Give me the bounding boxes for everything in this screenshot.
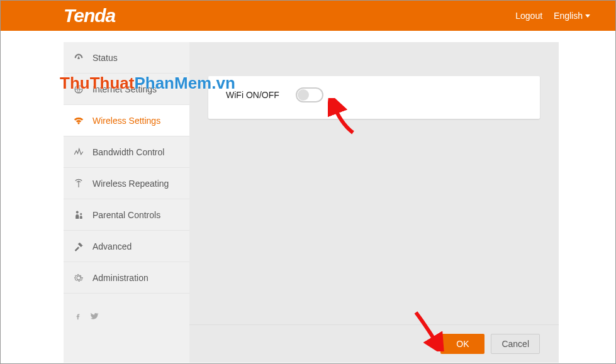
- wifi-toggle-label: WiFi ON/OFF: [226, 90, 279, 100]
- top-bar: Tenda Logout English: [1, 1, 615, 31]
- sidebar-item-status[interactable]: Status: [64, 42, 189, 74]
- sidebar-item-parental-controls[interactable]: Parental Controls: [64, 199, 189, 231]
- page-body: Status Internet Settings Wireless Settin…: [1, 31, 615, 363]
- antenna-icon: [72, 177, 85, 190]
- cancel-button[interactable]: Cancel: [491, 334, 540, 354]
- sidebar-item-label: Wireless Repeating: [92, 179, 169, 189]
- tools-icon: [72, 240, 85, 253]
- top-right-group: Logout English: [515, 11, 590, 21]
- language-label: English: [554, 11, 583, 21]
- sidebar-item-wireless-settings[interactable]: Wireless Settings: [64, 105, 189, 136]
- wifi-onoff-card: WiFi ON/OFF: [208, 76, 540, 119]
- wifi-toggle[interactable]: [296, 87, 323, 102]
- facebook-icon[interactable]: [74, 312, 82, 323]
- toggle-knob: [298, 89, 309, 101]
- gear-icon: [72, 272, 85, 284]
- sidebar-item-advanced[interactable]: Advanced: [64, 231, 189, 262]
- brand-logo: Tenda: [64, 5, 115, 26]
- sidebar-item-label: Parental Controls: [92, 210, 160, 220]
- sidebar-item-administration[interactable]: Administration: [64, 262, 189, 294]
- ok-button[interactable]: OK: [440, 334, 484, 354]
- form-buttons: OK Cancel: [189, 324, 559, 363]
- sidebar-item-label: Status: [92, 53, 118, 63]
- sidebar-item-label: Advanced: [92, 241, 132, 251]
- sidebar-item-internet-settings[interactable]: Internet Settings: [64, 74, 189, 105]
- gauge-icon: [72, 52, 85, 64]
- sidebar-item-label: Internet Settings: [92, 84, 157, 94]
- logout-link[interactable]: Logout: [515, 11, 542, 21]
- viewport-scroll[interactable]: Tenda Logout English Status Internet Set…: [1, 1, 615, 363]
- globe-icon: [72, 83, 85, 96]
- chevron-down-icon: [585, 14, 590, 18]
- sidebar-item-wireless-repeating[interactable]: Wireless Repeating: [64, 168, 189, 199]
- parent-child-icon: [72, 209, 85, 221]
- sidebar-item-label: Bandwidth Control: [92, 147, 164, 157]
- activity-icon: [72, 146, 85, 158]
- sidebar-item-bandwidth-control[interactable]: Bandwidth Control: [64, 136, 189, 168]
- svg-point-1: [76, 211, 78, 212]
- content-panel: WiFi ON/OFF OK Cancel: [189, 42, 559, 363]
- twitter-icon[interactable]: [89, 311, 99, 324]
- language-dropdown[interactable]: English: [554, 11, 590, 21]
- sidebar-item-label: Administration: [92, 273, 148, 283]
- svg-point-2: [81, 213, 82, 214]
- sidebar-social: [64, 294, 189, 330]
- wifi-icon: [72, 114, 85, 127]
- sidebar-item-label: Wireless Settings: [92, 116, 160, 126]
- sidebar: Status Internet Settings Wireless Settin…: [64, 42, 189, 363]
